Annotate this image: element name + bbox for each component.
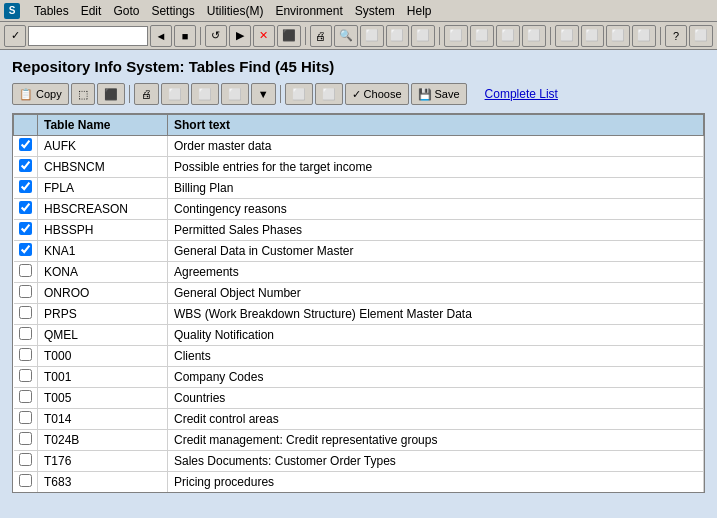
nav2-btn[interactable]: ⬛: [277, 25, 301, 47]
save-label: Save: [435, 88, 460, 100]
row-checkbox-cell: [14, 304, 38, 325]
tool-btn-5[interactable]: ⬜: [221, 83, 249, 105]
row-checkbox[interactable]: [19, 138, 32, 151]
row-checkbox[interactable]: [19, 390, 32, 403]
table-row: QMELQuality Notification: [14, 325, 704, 346]
table-row: T014Credit control areas: [14, 409, 704, 430]
sap-logo-icon: S: [4, 3, 20, 19]
tool4-btn[interactable]: ⬜: [444, 25, 468, 47]
tool-btn-7[interactable]: ⬜: [315, 83, 343, 105]
filter-btn[interactable]: ▼: [251, 83, 276, 105]
tool1-btn[interactable]: ⬜: [360, 25, 384, 47]
row-checkbox[interactable]: [19, 474, 32, 487]
page-content: Repository Info System: Tables Find (45 …: [0, 50, 717, 497]
tool-btn-6[interactable]: ⬜: [285, 83, 313, 105]
tool12-btn[interactable]: ⬜: [689, 25, 713, 47]
row-short-text: General Object Number: [168, 283, 704, 304]
col-header-text: Short text: [168, 115, 704, 136]
tool7-btn[interactable]: ⬜: [522, 25, 546, 47]
menu-item-help[interactable]: Help: [401, 2, 438, 20]
row-short-text: Permitted Sales Phases: [168, 220, 704, 241]
filter-icon: ▼: [258, 88, 269, 100]
tool-btn-4[interactable]: ⬜: [191, 83, 219, 105]
row-checkbox-cell: [14, 283, 38, 304]
save-icon: 💾: [418, 88, 432, 101]
choose-icon: ✓: [352, 88, 361, 101]
menu-item-edit[interactable]: Edit: [75, 2, 108, 20]
sep4: [550, 27, 551, 45]
row-checkbox[interactable]: [19, 411, 32, 424]
row-checkbox[interactable]: [19, 453, 32, 466]
ok-button[interactable]: ✓: [4, 25, 26, 47]
table-row: T176Sales Documents: Customer Order Type…: [14, 451, 704, 472]
row-checkbox[interactable]: [19, 348, 32, 361]
row-checkbox[interactable]: [19, 243, 32, 256]
menu-item-system[interactable]: System: [349, 2, 401, 20]
row-checkbox[interactable]: [19, 285, 32, 298]
copy-button[interactable]: 📋 Copy: [12, 83, 69, 105]
choose-button[interactable]: ✓ Choose: [345, 83, 409, 105]
tool2-btn[interactable]: ⬜: [386, 25, 410, 47]
row-checkbox[interactable]: [19, 201, 32, 214]
action-sep1: [129, 85, 130, 103]
row-checkbox-cell: [14, 262, 38, 283]
page-title: Repository Info System: Tables Find (45 …: [12, 58, 705, 75]
next-btn[interactable]: ■: [174, 25, 196, 47]
row-short-text: Company Codes: [168, 367, 704, 388]
table-row: CHBSNCMPossible entries for the target i…: [14, 157, 704, 178]
row-checkbox[interactable]: [19, 222, 32, 235]
row-checkbox[interactable]: [19, 432, 32, 445]
row-checkbox-cell: [14, 199, 38, 220]
menu-item-utilitiesm[interactable]: Utilities(M): [201, 2, 270, 20]
row-checkbox[interactable]: [19, 180, 32, 193]
table-row: T691ACredit management risk categories: [14, 493, 704, 494]
tool3-btn[interactable]: ⬜: [411, 25, 435, 47]
row-checkbox[interactable]: [19, 264, 32, 277]
nav1-btn[interactable]: ▶: [229, 25, 251, 47]
choose-label: Choose: [364, 88, 402, 100]
stop-btn[interactable]: ✕: [253, 25, 275, 47]
row-table-name: AUFK: [38, 136, 168, 157]
row-checkbox[interactable]: [19, 306, 32, 319]
row-checkbox-cell: [14, 451, 38, 472]
tool-btn-2[interactable]: ⬛: [97, 83, 125, 105]
find-btn[interactable]: 🔍: [334, 25, 358, 47]
back-btn[interactable]: ◄: [150, 25, 172, 47]
row-short-text: Credit control areas: [168, 409, 704, 430]
row-short-text: Clients: [168, 346, 704, 367]
row-checkbox[interactable]: [19, 327, 32, 340]
menu-item-settings[interactable]: Settings: [145, 2, 200, 20]
menu-item-environment[interactable]: Environment: [269, 2, 348, 20]
menu-item-goto[interactable]: Goto: [107, 2, 145, 20]
row-short-text: Countries: [168, 388, 704, 409]
table-header-row: Table Name Short text: [14, 115, 704, 136]
tool5-btn[interactable]: ⬜: [470, 25, 494, 47]
row-table-name: T014: [38, 409, 168, 430]
tool10-btn[interactable]: ⬜: [606, 25, 630, 47]
row-checkbox[interactable]: [19, 159, 32, 172]
table-row: KNA1General Data in Customer Master: [14, 241, 704, 262]
col-header-checkbox: [14, 115, 38, 136]
help-btn[interactable]: ?: [665, 25, 687, 47]
row-checkbox-cell: [14, 430, 38, 451]
tool-icon-2: ⬛: [104, 88, 118, 101]
print-action-btn[interactable]: 🖨: [134, 83, 159, 105]
row-checkbox[interactable]: [19, 369, 32, 382]
save-button[interactable]: 💾 Save: [411, 83, 467, 105]
tool-btn-3[interactable]: ⬜: [161, 83, 189, 105]
tool6-btn[interactable]: ⬜: [496, 25, 520, 47]
row-checkbox-cell: [14, 472, 38, 493]
menu-item-tables[interactable]: Tables: [28, 2, 75, 20]
refresh-btn[interactable]: ↺: [205, 25, 227, 47]
row-table-name: CHBSNCM: [38, 157, 168, 178]
table-row: T683Pricing procedures: [14, 472, 704, 493]
tool11-btn[interactable]: ⬜: [632, 25, 656, 47]
complete-list-button[interactable]: Complete List: [479, 83, 564, 105]
command-input[interactable]: [28, 26, 148, 46]
tool8-btn[interactable]: ⬜: [555, 25, 579, 47]
action-sep2: [280, 85, 281, 103]
print-btn[interactable]: 🖨: [310, 25, 332, 47]
tool-btn-1[interactable]: ⬚: [71, 83, 95, 105]
table-row: T005Countries: [14, 388, 704, 409]
tool9-btn[interactable]: ⬜: [581, 25, 605, 47]
